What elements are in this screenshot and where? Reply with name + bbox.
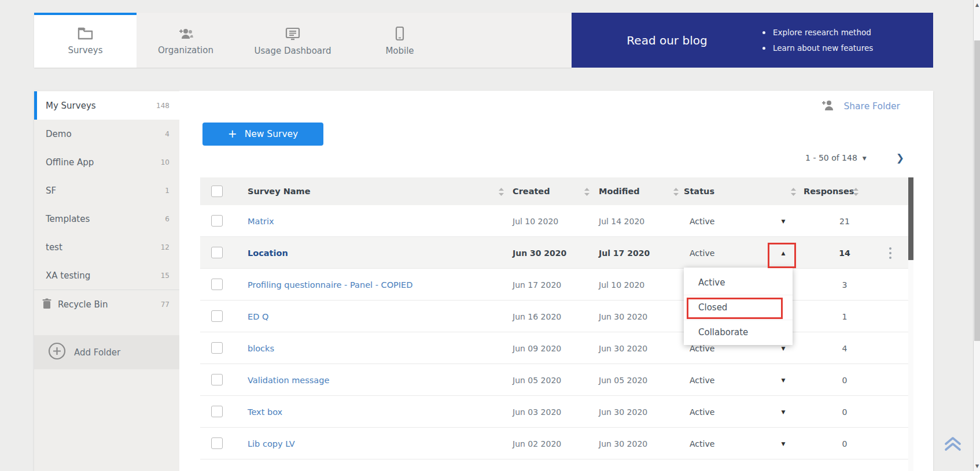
smartphone-icon xyxy=(395,27,404,40)
sort-icon[interactable] xyxy=(499,187,504,195)
folder-count: 6 xyxy=(165,215,170,223)
select-all-checkbox[interactable] xyxy=(211,186,223,197)
sort-icon[interactable] xyxy=(584,187,590,195)
add-folder-button[interactable]: Add Folder xyxy=(34,335,179,369)
row-checkbox[interactable] xyxy=(211,247,223,258)
sort-icon[interactable] xyxy=(673,187,679,195)
table-row[interactable]: ED Q Jun 16 2020 Jun 30 2020 Active ▼ 1 xyxy=(200,301,908,332)
status-option[interactable]: Collaborate xyxy=(684,320,793,344)
folder-label: SF xyxy=(46,186,165,196)
survey-table: Survey Name Created Modified Status Resp… xyxy=(200,177,908,459)
header-status[interactable]: Status xyxy=(684,177,714,205)
responses-count: 14 xyxy=(821,237,868,269)
header-modified[interactable]: Modified xyxy=(599,177,640,205)
folder-label: Demo xyxy=(46,129,165,139)
created-date: Jun 05 2020 xyxy=(513,364,561,396)
sidebar-item-recycle-bin[interactable]: Recycle Bin 77 xyxy=(34,290,179,318)
banner-bullet-list: Explore research method Learn about new … xyxy=(762,28,873,53)
row-menu-icon[interactable] xyxy=(885,237,896,269)
responses-count: 3 xyxy=(821,269,868,301)
page-scrollbar[interactable]: ▲ ▼ xyxy=(973,0,980,471)
trash-icon xyxy=(42,298,51,311)
survey-name-link[interactable]: Validation message xyxy=(248,364,329,396)
responses-count: 0 xyxy=(821,428,868,459)
modified-date: Jul 17 2020 xyxy=(599,237,650,269)
recycle-bin-count: 77 xyxy=(161,301,170,309)
status-option[interactable]: Active xyxy=(684,270,793,295)
new-survey-label: New Survey xyxy=(245,129,299,139)
sidebar-folder-item[interactable]: SF 1 xyxy=(34,176,179,205)
scrollbar-thumb[interactable] xyxy=(974,40,980,341)
row-checkbox[interactable] xyxy=(211,374,223,385)
scroll-to-top-icon[interactable] xyxy=(942,435,963,455)
table-row[interactable]: Lib copy LV Jun 02 2020 Jun 30 2020 Acti… xyxy=(200,428,908,459)
sidebar-folder-item[interactable]: Demo 4 xyxy=(34,120,179,148)
status-value: Active xyxy=(690,364,714,396)
folder-label: XA testing xyxy=(46,270,161,281)
responses-count: 21 xyxy=(821,205,868,237)
table-row[interactable]: Text box Jun 03 2020 Jun 30 2020 Active … xyxy=(200,396,908,428)
survey-name-link[interactable]: Text box xyxy=(248,396,282,428)
blog-banner[interactable]: Read our blog Explore research method Le… xyxy=(572,13,933,68)
sidebar-folder-item[interactable]: XA testing 15 xyxy=(34,261,179,290)
created-date: Jun 02 2020 xyxy=(513,428,561,459)
survey-name-link[interactable]: Location xyxy=(248,237,288,269)
header-created[interactable]: Created xyxy=(513,177,550,205)
scrollbar-down-arrow[interactable]: ▼ xyxy=(974,463,980,469)
survey-name-link[interactable]: Profiling questionnaire - Panel - COPIED xyxy=(248,269,412,301)
row-checkbox[interactable] xyxy=(211,279,223,290)
status-dropdown-caret-icon[interactable]: ▼ xyxy=(776,205,790,237)
responses-count: 4 xyxy=(821,332,868,364)
pagination-range: 1 - 50 of 148 xyxy=(805,153,857,162)
header-responses[interactable]: Responses xyxy=(804,177,854,205)
header-survey-name[interactable]: Survey Name xyxy=(248,177,311,205)
row-checkbox[interactable] xyxy=(211,310,223,322)
pagination-dropdown-icon[interactable]: ▼ xyxy=(863,155,867,161)
table-row[interactable]: blocks Jun 09 2020 Jun 30 2020 Active ▼ … xyxy=(200,332,908,364)
table-scrollbar-thumb[interactable] xyxy=(908,177,913,260)
created-date: Jun 17 2020 xyxy=(513,269,561,301)
status-dropdown-caret-icon[interactable]: ▲ xyxy=(776,237,790,269)
table-row[interactable]: Profiling questionnaire - Panel - COPIED… xyxy=(200,269,908,301)
row-checkbox[interactable] xyxy=(211,437,223,449)
person-add-icon xyxy=(177,27,194,40)
status-option[interactable]: Closed xyxy=(684,295,793,320)
survey-name-link[interactable]: Lib copy LV xyxy=(248,428,295,459)
modified-date: Jun 30 2020 xyxy=(599,301,647,332)
table-row[interactable]: Location Jun 30 2020 Jul 17 2020 Active … xyxy=(200,237,908,269)
sidebar-folder-item[interactable]: Templates 6 xyxy=(34,205,179,233)
survey-name-link[interactable]: blocks xyxy=(248,332,274,364)
tab-surveys[interactable]: Surveys xyxy=(34,13,137,68)
new-survey-button[interactable]: + New Survey xyxy=(202,123,323,146)
status-dropdown-caret-icon[interactable]: ▼ xyxy=(776,396,790,428)
tab-usage-dashboard[interactable]: Usage Dashboard xyxy=(235,13,351,68)
dashboard-icon xyxy=(285,27,301,40)
status-dropdown-caret-icon[interactable]: ▼ xyxy=(776,428,790,459)
tab-organization[interactable]: Organization xyxy=(137,13,235,68)
plus-icon: + xyxy=(228,127,237,140)
row-checkbox[interactable] xyxy=(211,406,223,417)
survey-name-link[interactable]: Matrix xyxy=(248,205,274,237)
share-folder-button[interactable]: Share Folder xyxy=(821,99,900,113)
banner-title[interactable]: Read our blog xyxy=(572,34,762,47)
table-row[interactable]: Validation message Jun 05 2020 Jun 05 20… xyxy=(200,364,908,396)
status-dropdown-caret-icon[interactable]: ▼ xyxy=(776,364,790,396)
table-row[interactable]: Matrix Jul 10 2020 Jul 14 2020 Active ▼ … xyxy=(200,205,908,237)
sidebar-folder-item[interactable]: Offline App 10 xyxy=(34,148,179,176)
tab-mobile[interactable]: Mobile xyxy=(351,13,449,68)
created-date: Jun 16 2020 xyxy=(513,301,561,332)
sort-icon[interactable] xyxy=(853,187,859,195)
modified-date: Jul 10 2020 xyxy=(599,269,644,301)
pagination-next-icon[interactable]: ❯ xyxy=(896,152,904,164)
sort-icon[interactable] xyxy=(791,187,796,195)
row-checkbox[interactable] xyxy=(211,215,223,227)
sidebar-folder-item[interactable]: My Surveys 148 xyxy=(34,91,179,120)
modified-date: Jun 30 2020 xyxy=(599,396,647,428)
modified-date: Jun 05 2020 xyxy=(599,364,647,396)
responses-count: 0 xyxy=(821,396,868,428)
row-checkbox[interactable] xyxy=(211,342,223,354)
sidebar-folder-item[interactable]: test 12 xyxy=(34,233,179,261)
created-date: Jun 30 2020 xyxy=(513,237,566,269)
survey-name-link[interactable]: ED Q xyxy=(248,301,268,332)
scrollbar-up-arrow[interactable]: ▲ xyxy=(974,2,980,8)
